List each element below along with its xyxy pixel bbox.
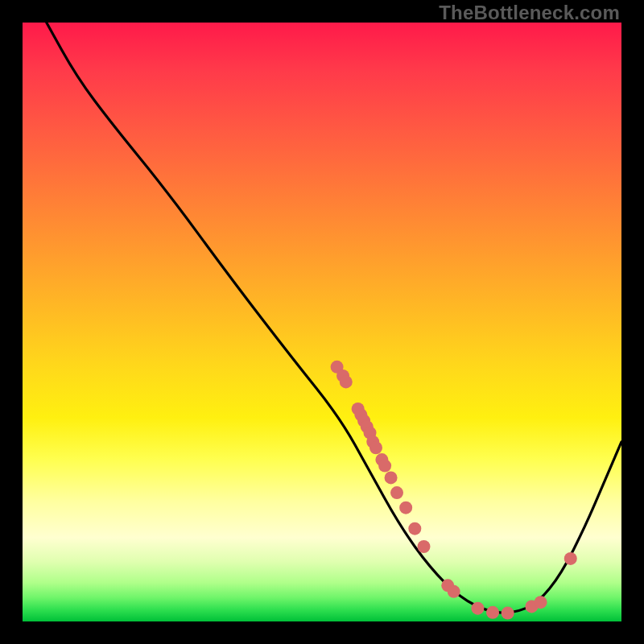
data-point: [564, 552, 577, 565]
data-point: [471, 602, 484, 615]
bottleneck-curve: [47, 23, 621, 613]
data-point: [408, 522, 421, 535]
chart-svg: [23, 23, 621, 621]
data-point: [340, 375, 353, 388]
watermark-text: TheBottleneck.com: [439, 2, 620, 24]
data-point: [448, 585, 460, 598]
data-point: [535, 596, 547, 609]
data-point: [399, 502, 412, 514]
data-point: [390, 486, 403, 499]
data-point: [502, 607, 514, 620]
data-point: [385, 471, 398, 484]
data-markers: [331, 361, 577, 620]
data-point: [486, 606, 499, 619]
data-point: [417, 540, 430, 553]
data-point: [378, 460, 391, 473]
chart-container: TheBottleneck.com: [0, 0, 644, 644]
plot-area: [23, 23, 621, 621]
data-point: [369, 441, 382, 454]
